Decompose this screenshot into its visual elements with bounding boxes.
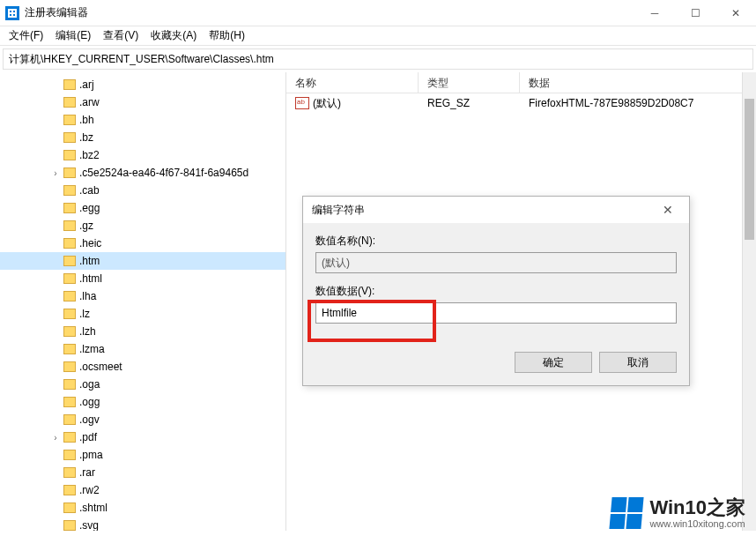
menu-favorites[interactable]: 收藏夹(A) bbox=[145, 26, 202, 45]
tree-item-label: .arw bbox=[79, 96, 100, 108]
folder-icon bbox=[63, 220, 76, 231]
tree-item-egg[interactable]: .egg bbox=[0, 199, 285, 217]
cancel-button[interactable]: 取消 bbox=[599, 352, 677, 373]
vertical-scrollbar[interactable] bbox=[742, 72, 756, 531]
menu-view[interactable]: 查看(V) bbox=[98, 26, 144, 45]
string-value-icon bbox=[295, 97, 309, 109]
tree-item-lha[interactable]: .lha bbox=[0, 287, 285, 305]
scrollbar-thumb[interactable] bbox=[745, 99, 754, 240]
value-type: REG_SZ bbox=[419, 95, 520, 111]
menu-file[interactable]: 文件(F) bbox=[4, 26, 48, 45]
value-name-input bbox=[315, 252, 677, 273]
tree-item-label: .lzma bbox=[79, 343, 105, 355]
ok-button[interactable]: 确定 bbox=[515, 352, 592, 373]
tree-item-heic[interactable]: .heic bbox=[0, 234, 285, 252]
tree-item-htm[interactable]: .htm bbox=[0, 252, 285, 270]
folder-icon bbox=[63, 115, 76, 125]
folder-icon bbox=[63, 485, 76, 495]
tree-item-label: .ogg bbox=[79, 396, 100, 408]
tree-item-label: .ocsmeet bbox=[79, 361, 122, 373]
tree-item-label: .rar bbox=[79, 466, 95, 479]
tree-item-lz[interactable]: .lz bbox=[0, 305, 285, 323]
tree-item-c5e2524aea464f67841f6a9465d[interactable]: ›.c5e2524a-ea46-4f67-841f-6a9465d bbox=[0, 164, 285, 182]
tree-item-label: .pma bbox=[79, 449, 103, 461]
tree-item-oga[interactable]: .oga bbox=[0, 376, 285, 393]
tree-item-label: .arj bbox=[79, 78, 94, 91]
window-title: 注册表编辑器 bbox=[25, 5, 634, 20]
tree-item-rar[interactable]: .rar bbox=[0, 464, 285, 481]
tree-item-bh[interactable]: .bh bbox=[0, 111, 285, 129]
tree-item-rw2[interactable]: .rw2 bbox=[0, 481, 285, 499]
value-data-label: 数值数据(V): bbox=[315, 284, 677, 299]
tree-item-arj[interactable]: .arj bbox=[0, 76, 285, 93]
tree-item-cab[interactable]: .cab bbox=[0, 182, 285, 199]
tree-item-label: .lzh bbox=[79, 325, 96, 338]
address-bar[interactable]: 计算机\HKEY_CURRENT_USER\Software\Classes\.… bbox=[3, 48, 753, 70]
tree-item-label: .pdf bbox=[79, 431, 97, 443]
tree-item-pma[interactable]: .pma bbox=[0, 446, 285, 464]
header-data[interactable]: 数据 bbox=[520, 72, 756, 93]
tree-expander-icon[interactable]: › bbox=[51, 433, 60, 443]
folder-icon bbox=[63, 273, 76, 284]
value-row[interactable]: (默认) REG_SZ FirefoxHTML-787E98859D2D08C7 bbox=[286, 93, 756, 113]
folder-icon bbox=[63, 502, 76, 513]
value-name: (默认) bbox=[313, 97, 341, 109]
tree-item-label: .ogv bbox=[79, 413, 100, 426]
tree-item-shtml[interactable]: .shtml bbox=[0, 499, 285, 517]
menu-help[interactable]: 帮助(H) bbox=[204, 26, 250, 45]
folder-icon bbox=[63, 379, 76, 390]
folder-icon bbox=[63, 291, 76, 302]
value-name-label: 数值名称(N): bbox=[315, 234, 677, 249]
menu-edit[interactable]: 编辑(E) bbox=[50, 26, 96, 45]
tree-item-label: .c5e2524a-ea46-4f67-841f-6a9465d bbox=[79, 167, 248, 179]
tree-item-bz2[interactable]: .bz2 bbox=[0, 146, 285, 164]
tree-item-pdf[interactable]: ›.pdf bbox=[0, 428, 285, 446]
tree-item-svg[interactable]: .svg bbox=[0, 517, 285, 531]
folder-icon bbox=[63, 185, 76, 196]
tree-item-label: .gz bbox=[79, 220, 93, 232]
tree-item-ogg[interactable]: .ogg bbox=[0, 393, 285, 411]
folder-icon bbox=[63, 414, 76, 425]
tree-item-lzma[interactable]: .lzma bbox=[0, 340, 285, 358]
tree-item-label: .lha bbox=[79, 290, 96, 302]
folder-icon bbox=[63, 361, 76, 372]
value-name-cell: (默认) bbox=[286, 94, 419, 113]
tree-item-arw[interactable]: .arw bbox=[0, 93, 285, 111]
folder-icon bbox=[63, 79, 76, 90]
folder-icon bbox=[63, 309, 76, 319]
tree-item-html[interactable]: .html bbox=[0, 270, 285, 287]
tree-item-label: .svg bbox=[79, 519, 99, 531]
app-icon bbox=[5, 6, 19, 20]
folder-icon bbox=[63, 326, 76, 337]
folder-icon bbox=[63, 520, 76, 531]
dialog-close-button[interactable]: ✕ bbox=[656, 203, 680, 217]
watermark: Win10之家 www.win10xitong.com bbox=[611, 497, 745, 529]
folder-icon bbox=[63, 467, 76, 478]
value-data-input[interactable] bbox=[315, 302, 677, 324]
list-header: 名称 类型 数据 bbox=[286, 72, 756, 93]
folder-icon bbox=[63, 397, 76, 407]
tree-item-ogv[interactable]: .ogv bbox=[0, 411, 285, 428]
edit-string-dialog: 编辑字符串 ✕ 数值名称(N): 数值数据(V): 确定 取消 bbox=[302, 196, 690, 386]
header-type[interactable]: 类型 bbox=[419, 72, 520, 93]
tree-item-label: .rw2 bbox=[79, 484, 100, 496]
dialog-title: 编辑字符串 bbox=[312, 203, 656, 218]
tree-item-label: .html bbox=[79, 272, 102, 285]
close-button[interactable]: ✕ bbox=[715, 0, 756, 26]
tree-item-label: .egg bbox=[79, 202, 100, 214]
watermark-title: Win10之家 bbox=[649, 497, 745, 518]
tree-item-label: .bh bbox=[79, 114, 94, 126]
minimize-button[interactable]: ─ bbox=[634, 0, 675, 26]
menu-bar: 文件(F) 编辑(E) 查看(V) 收藏夹(A) 帮助(H) bbox=[0, 26, 756, 46]
maximize-button[interactable]: ☐ bbox=[675, 0, 715, 26]
tree-item-label: .lz bbox=[79, 308, 90, 320]
dialog-title-bar: 编辑字符串 ✕ bbox=[303, 197, 689, 223]
tree-item-ocsmeet[interactable]: .ocsmeet bbox=[0, 358, 285, 376]
header-name[interactable]: 名称 bbox=[286, 72, 419, 93]
tree-item-label: .oga bbox=[79, 378, 100, 391]
tree-item-gz[interactable]: .gz bbox=[0, 217, 285, 234]
tree-expander-icon[interactable]: › bbox=[51, 168, 60, 178]
tree-item-lzh[interactable]: .lzh bbox=[0, 323, 285, 340]
registry-tree[interactable]: .arj.arw.bh.bz.bz2›.c5e2524a-ea46-4f67-8… bbox=[0, 72, 286, 531]
tree-item-bz[interactable]: .bz bbox=[0, 129, 285, 146]
